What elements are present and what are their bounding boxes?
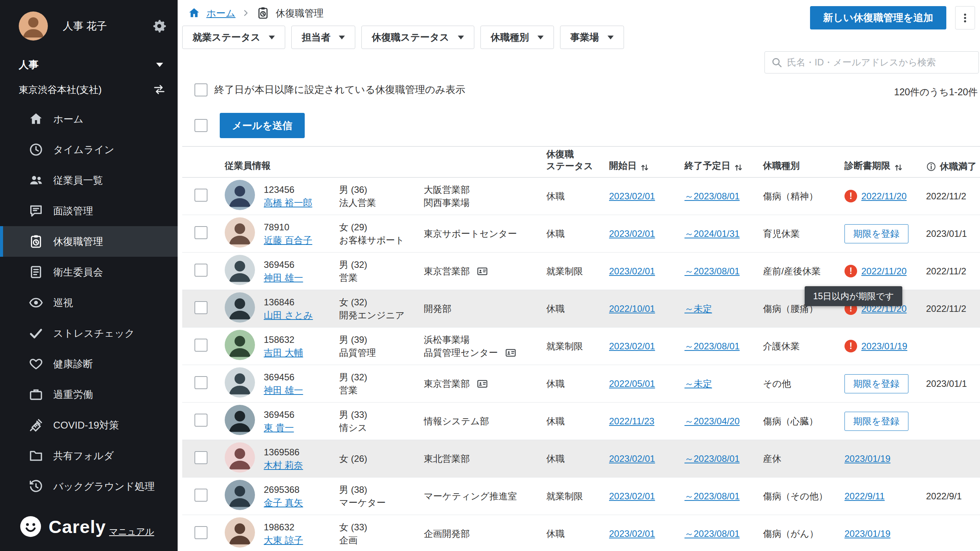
search-input[interactable] — [787, 57, 972, 68]
row-checkbox[interactable] — [194, 226, 207, 239]
employee-name-link[interactable]: 神田 雄一 — [264, 384, 336, 397]
start-date-link[interactable]: 2023/02/01 — [609, 266, 655, 276]
employee-id: 158632 — [264, 333, 336, 346]
deadline-link[interactable]: 2023/01/19 — [844, 453, 890, 464]
sidebar-item-overwork[interactable]: 過重労働 — [0, 379, 178, 410]
filter-leave-type[interactable]: 休職種別 — [480, 26, 554, 49]
register-deadline-button[interactable]: 期限を登録 — [844, 374, 908, 393]
row-checkbox[interactable] — [194, 451, 207, 464]
sidebar-item-shared-folder[interactable]: 共有フォルダ — [0, 440, 178, 471]
end-date-link[interactable]: ～未定 — [684, 303, 712, 314]
employee-name-link[interactable]: 木村 莉奈 — [264, 459, 336, 472]
send-mail-button[interactable]: メールを送信 — [220, 113, 305, 138]
sidebar-item-covid19[interactable]: COVID-19対策 — [0, 410, 178, 440]
row-checkbox[interactable] — [194, 189, 207, 202]
department: 開発部 — [424, 302, 543, 315]
sidebar-item-stress-check[interactable]: ストレスチェック — [0, 318, 178, 349]
start-date-link[interactable]: 2023/02/01 — [609, 491, 655, 501]
filter-staff[interactable]: 担当者 — [291, 26, 355, 49]
employee-name-link[interactable]: 高橋 裕一郎 — [264, 196, 336, 209]
start-date-link[interactable]: 2023/02/01 — [609, 341, 655, 351]
filter-label: 事業場 — [570, 31, 599, 44]
add-leave-record-button[interactable]: 新しい休復職管理を追加 — [810, 6, 946, 29]
employee-name-link[interactable]: 近藤 百合子 — [264, 234, 336, 247]
clock-icon — [28, 142, 44, 157]
sidebar-item-health-checkup[interactable]: 健康診断 — [0, 349, 178, 379]
row-checkbox[interactable] — [194, 301, 207, 314]
start-date-link[interactable]: 2022/11/23 — [609, 416, 654, 426]
deadline-link[interactable]: 2022/9/11 — [844, 491, 885, 502]
team-selector[interactable]: 人事 — [19, 58, 163, 72]
end-date-link[interactable]: ～2023/08/01 — [684, 266, 740, 276]
chevron-down-icon — [156, 63, 163, 67]
start-date-link[interactable]: 2022/10/01 — [609, 303, 655, 314]
leave-status: 就業制限 — [546, 340, 609, 352]
employee-name-link[interactable]: 吉田 大輔 — [264, 346, 336, 359]
department: 品質管理センター — [424, 346, 543, 359]
only-future-checkbox[interactable] — [194, 83, 207, 96]
end-date-link[interactable]: ～2023/08/01 — [684, 491, 740, 501]
start-date-link[interactable]: 2022/05/01 — [609, 378, 655, 389]
employee-name-link[interactable]: 山田 さとみ — [264, 309, 336, 322]
header-end-date-sort[interactable]: 終了予定日 — [684, 160, 763, 177]
office-selector[interactable]: 東京渋谷本社(支社) — [19, 83, 166, 96]
end-date-link[interactable]: ～未定 — [684, 378, 712, 389]
breadcrumb-home-link[interactable]: ホーム — [206, 7, 235, 20]
register-deadline-button[interactable]: 期限を登録 — [844, 224, 908, 243]
employee-name-link[interactable]: 大東 諒子 — [264, 534, 336, 547]
only-future-filter: 終了日が本日以降に設定されている休復職管理のみ表示 — [194, 83, 465, 96]
filter-worksite[interactable]: 事業場 — [560, 26, 624, 49]
header-start-date-sort[interactable]: 開始日 — [609, 160, 684, 177]
filter-employment-status[interactable]: 就業ステータス — [182, 26, 285, 49]
filter-leave-status[interactable]: 休復職ステータス — [361, 26, 474, 49]
end-date-link[interactable]: ～2023/08/01 — [684, 453, 740, 464]
sidebar-item-employees[interactable]: 従業員一覧 — [0, 165, 178, 196]
header-deadline-sort[interactable]: 診断書期限 — [844, 160, 926, 177]
deadline-link[interactable]: 2023/01/19 — [844, 528, 890, 539]
sidebar-item-patrol[interactable]: 巡視 — [0, 287, 178, 318]
row-checkbox[interactable] — [194, 489, 207, 502]
start-date-link[interactable]: 2023/02/01 — [609, 228, 655, 239]
user-avatar[interactable] — [19, 11, 48, 41]
end-date-link[interactable]: ～2023/08/01 — [684, 528, 740, 539]
row-checkbox[interactable] — [194, 339, 207, 352]
row-checkbox[interactable] — [194, 376, 207, 389]
info-icon[interactable] — [926, 161, 936, 172]
sidebar-item-background-jobs[interactable]: バックグラウンド処理 — [0, 471, 178, 502]
deadline-link[interactable]: 2022/11/20 — [861, 266, 906, 277]
home-icon[interactable] — [188, 7, 201, 20]
deadline-link[interactable]: 2022/11/20 — [861, 191, 906, 202]
select-all-checkbox[interactable] — [194, 119, 207, 132]
team-label: 人事 — [19, 58, 39, 72]
deadline-link[interactable]: 2023/01/19 — [861, 341, 907, 352]
end-date-link[interactable]: ～2023/08/01 — [684, 191, 740, 201]
app-root: 人事 花子 人事 東京渋谷本社(支社) ホームタイムライン従業員一覧面談管理休復… — [0, 0, 980, 551]
gear-icon[interactable] — [152, 18, 167, 34]
table-row: 198632大東 諒子女 (33)企画企画開発部休職2023/02/01～202… — [182, 515, 980, 551]
heart-icon — [28, 356, 44, 372]
start-date-link[interactable]: 2023/02/01 — [609, 528, 655, 539]
result-count: 120件のうち1-20件 — [894, 86, 978, 98]
row-checkbox[interactable] — [194, 526, 207, 539]
more-options-button[interactable] — [955, 6, 975, 29]
start-date-link[interactable]: 2023/02/01 — [609, 453, 655, 464]
row-checkbox[interactable] — [194, 414, 207, 427]
employee-name-link[interactable]: 神田 雄一 — [264, 271, 336, 284]
sidebar-item-timeline[interactable]: タイムライン — [0, 134, 178, 165]
end-date-link[interactable]: ～2024/01/31 — [684, 228, 740, 239]
sidebar-item-health-committee[interactable]: 衛生委員会 — [0, 257, 178, 287]
sidebar-item-leave-management[interactable]: 休復職管理 — [0, 226, 178, 257]
leave-status: 休職 — [546, 190, 609, 202]
syringe-icon — [28, 417, 44, 433]
employee-name-link[interactable]: 東 貴一 — [264, 421, 336, 434]
sidebar-item-interviews[interactable]: 面談管理 — [0, 196, 178, 226]
employee-name-link[interactable]: 金子 真矢 — [264, 496, 336, 509]
end-date-link[interactable]: ～2023/08/01 — [684, 341, 740, 351]
row-checkbox[interactable] — [194, 264, 207, 277]
end-date-link[interactable]: ～2023/04/20 — [684, 416, 740, 426]
register-deadline-button[interactable]: 期限を登録 — [844, 412, 908, 431]
start-date-link[interactable]: 2023/02/01 — [609, 191, 655, 201]
manual-link[interactable]: マニュアル — [109, 526, 154, 538]
leave-type: その他 — [763, 378, 844, 390]
sidebar-item-home[interactable]: ホーム — [0, 104, 178, 134]
